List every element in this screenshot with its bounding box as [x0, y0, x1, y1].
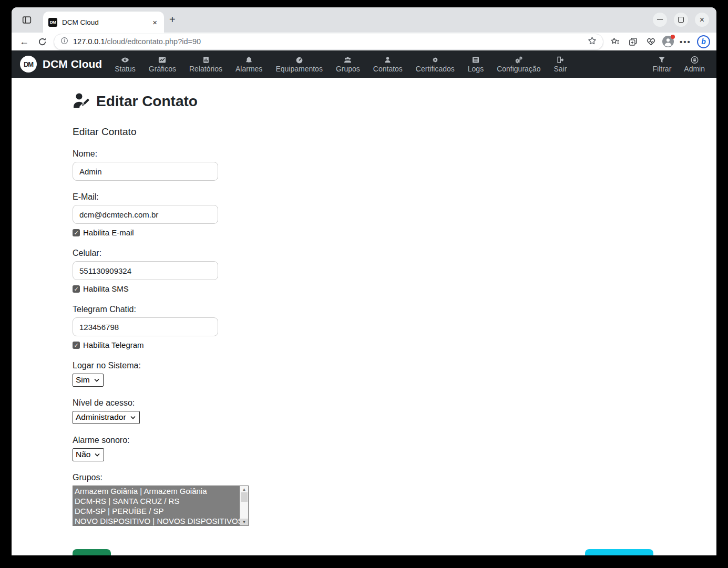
- browser-essentials-icon[interactable]: [644, 35, 657, 48]
- nav-item-label: Relatórios: [189, 65, 222, 73]
- habilita-sms-label: Habilita SMS: [83, 284, 129, 293]
- celular-label: Celular:: [73, 249, 716, 258]
- dcm-logo[interactable]: DM: [20, 56, 37, 73]
- group-option[interactable]: DCM-SP | PERUÍBE / SP: [73, 506, 240, 516]
- user-edit-icon: [73, 92, 90, 110]
- nav-item-admin[interactable]: Admin: [684, 55, 705, 73]
- nav-item-contatos[interactable]: Contatos: [373, 55, 403, 73]
- user-icon: [384, 55, 392, 64]
- grupos-options: Armazem Goiânia | Armazem GoiâniaDCM-RS …: [73, 486, 240, 525]
- filter-icon: [658, 55, 666, 64]
- nav-item-label: Alarmes: [235, 65, 262, 73]
- page-title: Editar Contato: [96, 93, 198, 110]
- nav-menu: StatusGráficosRelatóriosAlarmesEquipamen…: [115, 55, 567, 73]
- nav-item-logs[interactable]: Logs: [468, 55, 484, 73]
- nav-item-label: Admin: [684, 65, 705, 73]
- nivel-label: Nível de acesso:: [73, 398, 716, 408]
- scroll-down-icon[interactable]: ▼: [240, 519, 248, 525]
- nav-item-equipamentos[interactable]: Equipamentos: [275, 55, 323, 73]
- email-label: E-Mail:: [73, 192, 716, 202]
- salvar-button[interactable]: Salvar: [73, 549, 111, 555]
- collections-icon[interactable]: [627, 35, 639, 48]
- alarme-label: Alarme sonoro:: [73, 436, 716, 445]
- site-favicon: DM: [48, 18, 57, 27]
- minimize-button[interactable]: [653, 13, 667, 27]
- nav-item-relatorios[interactable]: Relatórios: [189, 55, 222, 73]
- nav-item-configuracao[interactable]: Configuração: [497, 55, 540, 73]
- alarme-select[interactable]: Não: [73, 448, 104, 461]
- tab-close-icon[interactable]: ×: [151, 18, 159, 27]
- chevron-down-icon: [94, 378, 99, 382]
- scroll-thumb[interactable]: [241, 492, 248, 502]
- group-option[interactable]: DCM-RS | SANTA CRUZ / RS: [73, 496, 240, 506]
- chart-line-icon: [158, 55, 167, 64]
- habilita-sms-checkbox[interactable]: ✓: [73, 285, 80, 293]
- email-input[interactable]: [73, 205, 218, 224]
- celular-input[interactable]: [73, 261, 218, 280]
- close-button[interactable]: ×: [695, 13, 709, 27]
- nome-input[interactable]: [73, 162, 218, 181]
- habilita-telegram-label: Habilita Telegram: [83, 340, 144, 349]
- certificate-icon: [431, 55, 439, 64]
- address-bar[interactable]: 127.0.0.1/cloud/edtcontato.php?id=90: [54, 34, 603, 50]
- maximize-button[interactable]: [674, 13, 688, 27]
- habilita-telegram-checkbox[interactable]: ✓: [73, 342, 80, 349]
- nav-item-certificados[interactable]: Certificados: [416, 55, 455, 73]
- cancelar-link[interactable]: Cancelar: [121, 554, 152, 556]
- nav-item-alarmes[interactable]: Alarmes: [235, 55, 262, 73]
- eye-icon: [120, 55, 130, 64]
- new-tab-button[interactable]: +: [169, 14, 176, 25]
- resetar-senha-button[interactable]: Resetar Senha: [585, 549, 653, 555]
- list-icon: [471, 55, 480, 64]
- listbox-scrollbar[interactable]: ▲ ▼: [240, 486, 248, 525]
- nivel-select[interactable]: Administrador: [73, 411, 140, 424]
- group-option[interactable]: Armazem Goiânia | Armazem Goiânia: [73, 486, 240, 496]
- group-option[interactable]: NOVO DISPOSITIVO | NOVOS DISPOSITIVOS: [73, 516, 240, 525]
- nav-item-label: Gráficos: [149, 65, 176, 73]
- nav-item-sair[interactable]: Sair: [553, 55, 567, 73]
- browser-toolbar: ← 127.0.0.1/cloud/edtcontato.php?id=90: [12, 33, 716, 50]
- favorites-icon[interactable]: [609, 35, 621, 48]
- notification-dot: [671, 35, 675, 39]
- nav-item-graficos[interactable]: Gráficos: [149, 55, 176, 73]
- telegram-input[interactable]: [73, 317, 218, 336]
- nav-item-label: Filtrar: [653, 65, 672, 73]
- nav-item-grupos[interactable]: Grupos: [336, 55, 360, 73]
- profile-avatar[interactable]: [662, 36, 674, 47]
- brand-title: DCM Cloud: [43, 58, 102, 70]
- habilita-email-label: Habilita E-mail: [83, 228, 134, 237]
- browser-window: DM DCM Cloud × + × ←: [12, 7, 716, 555]
- back-icon[interactable]: ←: [18, 35, 30, 48]
- nav-item-label: Equipamentos: [275, 65, 323, 73]
- signout-icon: [556, 55, 564, 64]
- logar-label: Logar no Sistema:: [73, 361, 716, 370]
- page-content: Editar Contato Editar Contato Nome: E-Ma…: [12, 78, 716, 555]
- nav-item-label: Configuração: [497, 65, 540, 73]
- nome-label: Nome:: [73, 149, 716, 159]
- scroll-up-icon[interactable]: ▲: [240, 487, 248, 492]
- url-text[interactable]: 127.0.0.1/cloud/edtcontato.php?id=90: [73, 37, 583, 46]
- grupos-multiselect[interactable]: Armazem Goiânia | Armazem GoiâniaDCM-RS …: [73, 486, 249, 526]
- app-navbar: DM DCM Cloud StatusGráficosRelatóriosAla…: [12, 50, 716, 78]
- gauge-icon: [295, 55, 304, 64]
- info-icon[interactable]: [60, 37, 68, 47]
- browser-tab[interactable]: DM DCM Cloud ×: [43, 12, 164, 33]
- grupos-label: Grupos:: [73, 473, 716, 482]
- form-subtitle: Editar Contato: [73, 126, 716, 138]
- bookmark-star-icon[interactable]: [588, 36, 597, 47]
- nav-item-filtrar[interactable]: Filtrar: [653, 55, 672, 73]
- tab-actions-icon[interactable]: [20, 13, 34, 27]
- nav-item-label: Sair: [553, 65, 567, 73]
- habilita-email-checkbox[interactable]: ✓: [73, 229, 80, 236]
- more-options-icon[interactable]: •••: [679, 35, 692, 48]
- logar-select[interactable]: Sim: [73, 374, 104, 387]
- bing-chat-icon[interactable]: b: [697, 35, 710, 48]
- nav-item-label: Contatos: [373, 65, 403, 73]
- users-icon: [343, 55, 353, 64]
- nav-item-label: Certificados: [416, 65, 455, 73]
- nav-item-label: Status: [115, 65, 136, 73]
- refresh-icon[interactable]: [36, 35, 48, 48]
- chart-bar-icon: [202, 55, 210, 64]
- chevron-down-icon: [130, 416, 136, 419]
- nav-item-status[interactable]: Status: [115, 55, 136, 73]
